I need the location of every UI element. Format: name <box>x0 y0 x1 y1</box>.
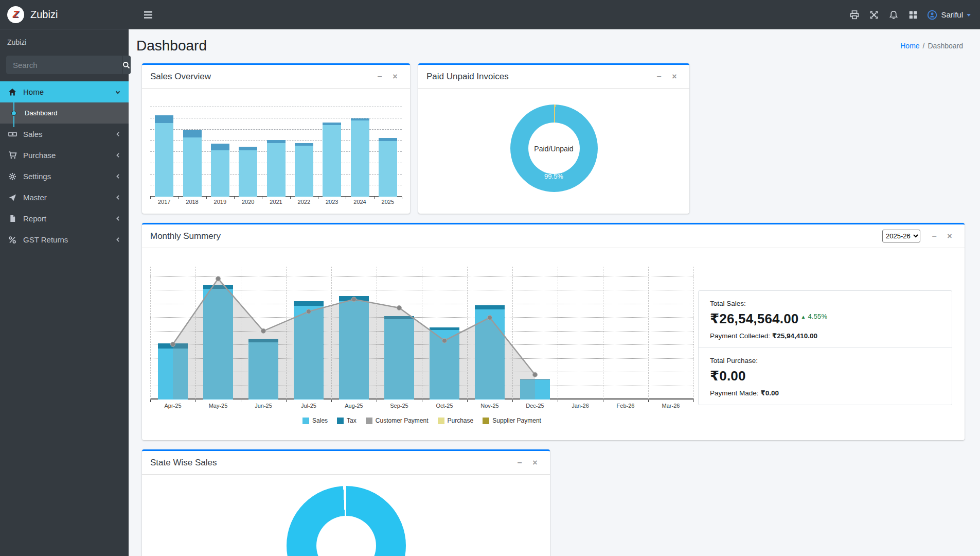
sidebar-item-label: Home <box>23 88 114 96</box>
breadcrumb-separator: / <box>923 42 925 50</box>
x-tick-label: Jan-26 <box>572 403 589 409</box>
close-button[interactable]: × <box>943 230 956 243</box>
cart-icon <box>7 151 17 160</box>
legend-swatch <box>337 418 344 424</box>
legend-swatch <box>302 418 309 424</box>
sales-overview-x-labels: 201720182019202020212022202320242025 <box>150 197 402 208</box>
hamburger-menu-button[interactable] <box>137 8 157 22</box>
sidebar-item-report[interactable]: Report <box>0 208 129 229</box>
print-button[interactable] <box>845 7 864 23</box>
legend-item[interactable]: Purchase <box>438 417 474 424</box>
total-sales-label: Total Sales: <box>710 300 940 307</box>
user-avatar-icon <box>927 10 937 20</box>
x-tick-label: Jun-25 <box>255 403 272 409</box>
sales-overview-card: Sales Overview − × 201720182019202020212… <box>142 63 410 214</box>
sidebar-item-sales[interactable]: Sales <box>0 124 129 145</box>
sidebar-item-master[interactable]: Master <box>0 187 129 208</box>
sidebar-item-purchase[interactable]: Purchase <box>0 145 129 166</box>
x-tick-label: Aug-25 <box>345 403 363 409</box>
sidebar-item-label: Report <box>23 214 115 223</box>
legend-label: Tax <box>347 417 357 424</box>
sidebar-subitem-label: Dashboard <box>25 109 58 117</box>
close-button[interactable]: × <box>668 70 681 83</box>
bar-tax <box>323 123 341 125</box>
breadcrumb-home-link[interactable]: Home <box>900 42 919 50</box>
grid-icon <box>908 10 918 20</box>
breadcrumb: Home/Dashboard <box>900 42 963 50</box>
monthly-x-labels: Apr-25May-25Jun-25Jul-25Aug-25Sep-25Oct-… <box>150 399 693 411</box>
donut-center-label: Paid/Unpaid <box>510 145 598 153</box>
total-purchase-value: ₹0.00 <box>710 368 940 384</box>
axis-tick <box>402 197 402 199</box>
sidebar-item-label: Purchase <box>23 151 115 160</box>
x-tick-label: Sep-25 <box>390 403 408 409</box>
apps-grid-button[interactable] <box>903 7 923 23</box>
fullscreen-button[interactable] <box>864 7 884 23</box>
close-button[interactable]: × <box>528 456 542 470</box>
bar-sales <box>211 150 229 197</box>
search-button[interactable] <box>122 56 131 74</box>
monthly-chart-area: Apr-25May-25Jun-25Jul-25Aug-25Sep-25Oct-… <box>150 267 693 424</box>
legend-item[interactable]: Supplier Payment <box>483 417 541 424</box>
chevron-left-icon <box>115 236 121 243</box>
notifications-button[interactable] <box>884 7 903 23</box>
paid-unpaid-card: Paid Unpaid Invoices − × Paid/Unpaid 99.… <box>418 63 689 214</box>
page-title: Dashboard <box>136 38 207 54</box>
brand[interactable]: Z Zubizi <box>0 0 129 29</box>
sidebar-item-gst-returns[interactable]: GST Returns <box>0 229 129 250</box>
x-tick-label: 2025 <box>382 199 394 205</box>
chevron-left-icon <box>115 152 121 159</box>
sidebar-item-settings[interactable]: Settings <box>0 166 129 187</box>
search-input[interactable] <box>6 56 122 74</box>
total-purchase-label: Total Purchase: <box>710 357 940 364</box>
state-wise-donut-chart <box>287 486 406 556</box>
growth-indicator: ▲ 4.55% <box>801 312 828 320</box>
bar-sales <box>183 137 202 197</box>
sidebar-user-panel: Zubizi <box>0 29 129 49</box>
legend-item[interactable]: Customer Payment <box>366 417 429 424</box>
x-tick-label: Mar-26 <box>662 403 680 409</box>
chevron-left-icon <box>115 194 121 201</box>
legend-item[interactable]: Tax <box>337 417 357 424</box>
sidebar-item-label: Settings <box>23 172 115 181</box>
donut-percent-label: 99.5% <box>510 172 598 180</box>
bar-tax <box>211 144 229 150</box>
chevron-left-icon <box>115 173 121 180</box>
bar-tax <box>155 115 173 124</box>
sidebar-item-home[interactable]: Home <box>0 81 129 102</box>
total-sales-section: Total Sales: ₹26,54,564.00▲ 4.55% Paymen… <box>699 291 952 348</box>
axis-tick <box>693 399 694 402</box>
minimize-button[interactable]: − <box>373 70 386 83</box>
sidebar-item-dashboard[interactable]: Dashboard <box>0 102 129 124</box>
breadcrumb-current: Dashboard <box>928 42 964 50</box>
bar-tax <box>295 143 313 146</box>
sidebar-item-label: Master <box>23 193 115 202</box>
treeview-dot-icon <box>11 111 16 116</box>
minimize-button[interactable]: − <box>652 70 666 83</box>
x-tick-label: 2022 <box>298 199 310 205</box>
monthly-combo-chart <box>150 267 693 399</box>
chevron-left-icon <box>115 131 121 137</box>
bar-tax <box>267 140 286 143</box>
state-wise-sales-card: State Wise Sales − × <box>142 449 550 556</box>
state-wise-title: State Wise Sales <box>150 458 217 468</box>
legend-item[interactable]: Sales <box>302 417 328 424</box>
main-content: Dashboard Home/Dashboard Sales Overview … <box>129 0 980 556</box>
top-navbar: Sariful <box>129 0 980 29</box>
minimize-button[interactable]: − <box>928 230 941 243</box>
legend-label: Customer Payment <box>376 417 429 424</box>
user-name: Sariful <box>941 10 963 19</box>
total-sales-value: ₹26,54,564.00▲ 4.55% <box>710 311 940 327</box>
legend-label: Supplier Payment <box>492 417 541 424</box>
x-tick-label: 2020 <box>242 199 254 205</box>
bell-icon <box>889 10 898 20</box>
year-select[interactable]: 2025-26 <box>882 230 920 242</box>
chevron-left-icon <box>115 215 121 222</box>
close-button[interactable]: × <box>388 70 402 83</box>
user-menu[interactable]: Sariful <box>923 8 972 22</box>
bar-sales <box>379 141 397 197</box>
bar-sales <box>155 123 173 197</box>
payment-collected: Payment Collected: ₹25,94,410.00 <box>710 332 940 340</box>
bar-sales <box>267 143 286 197</box>
minimize-button[interactable]: − <box>513 456 526 470</box>
